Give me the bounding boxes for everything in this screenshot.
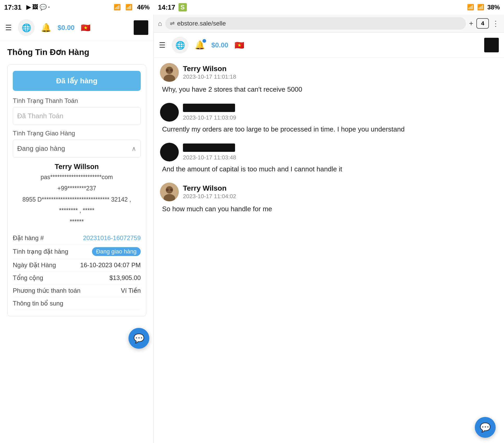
delivery-status-select[interactable]: Đang giao hàng ∧ [13, 140, 141, 158]
notification-dot [202, 39, 206, 43]
order-status-row: Tình trạng đặt hàng Đang giao hàng [13, 245, 141, 259]
payment-status-input: Đã Thanh Toán [13, 107, 141, 125]
right-user-avatar[interactable] [484, 38, 499, 52]
customer-address2: ******** , ***** [13, 206, 141, 215]
pickup-button[interactable]: Đã lấy hàng [13, 71, 141, 91]
svg-point-8 [166, 189, 169, 191]
right-chat-fab[interactable]: 💬 [475, 417, 496, 438]
message-2-text: Currently my orders are too large to be … [160, 124, 498, 134]
left-panel: ☰ 🌐 🔔 $0.00 🇻🇳 Thông Tin Đơn Hàng Đã lấy… [0, 15, 154, 443]
right-vn-flag: 🇻🇳 [235, 41, 244, 50]
order-total-row: Tổng cộng $13,905.00 [13, 272, 141, 284]
svg-point-9 [170, 189, 173, 191]
message-1-sender: Terry Wilson [183, 65, 236, 73]
message-3-meta: 2023-10-17 11:03:48 [183, 143, 236, 161]
right-chat-footer: 💬 [154, 415, 504, 443]
customer-info: Terry Willson pas**********************c… [13, 163, 141, 227]
order-date-label: Ngày Đặt Hàng [13, 261, 56, 269]
svg-point-3 [166, 69, 169, 72]
additional-info-row: Thông tin bổ sung [13, 297, 141, 310]
right-status-bar: 14:17 S 📶 📶 38% [154, 0, 504, 15]
bell-icon[interactable]: 🔔 [41, 23, 51, 33]
tabs-count[interactable]: 4 [476, 18, 489, 29]
page-title: Thông Tin Đơn Hàng [7, 47, 146, 57]
new-tab-icon[interactable]: + [469, 19, 473, 28]
payment-method-label: Phương thức thanh toán [13, 287, 81, 294]
order-number-value[interactable]: 20231016-16072759 [83, 234, 141, 242]
message-2-header: 2023-10-17 11:03:09 [160, 103, 498, 122]
left-content: Thông Tin Đơn Hàng Đã lấy hàng Tình Trạn… [0, 41, 153, 328]
left-media-icons: ▶ 🖼 💬 · [26, 4, 50, 11]
message-4-text: So how much can you handle for me [160, 204, 498, 214]
more-icon[interactable]: ⋮ [492, 19, 500, 28]
url-bar[interactable]: ⇌ ebstore.sale/selle [165, 17, 466, 30]
left-status-bar: 17:31 ▶ 🖼 💬 · 📶 📶 46% [0, 0, 154, 15]
message-2-meta: 2023-10-17 11:03:09 [183, 104, 236, 121]
right-time: 14:17 [158, 3, 175, 11]
order-status-label: Tình trạng đặt hàng [13, 248, 68, 255]
payment-method-row: Phương thức thanh toán Ví Tiền [13, 284, 141, 297]
hamburger-icon[interactable]: ☰ [5, 23, 12, 32]
order-total-label: Tổng cộng [13, 274, 43, 282]
right-navbar: ☰ 🌐 🔔 $0.00 🇻🇳 [154, 33, 504, 58]
left-chat-fab[interactable]: 💬 [128, 328, 149, 349]
customer-email: pas**********************com [13, 172, 141, 182]
right-bell-icon[interactable]: 🔔 [195, 40, 205, 50]
left-time: 17:31 [4, 3, 22, 11]
order-number-row: Đặt hàng # 20231016-16072759 [13, 232, 141, 245]
left-signal2: 📶 [125, 4, 132, 11]
svg-point-4 [170, 69, 173, 72]
customer-phone: +99********237 [13, 184, 141, 193]
terry-wilson-avatar-2 [160, 183, 179, 201]
chat-area: Terry Wilson 2023-10-17 11:01:18 Why, yo… [154, 58, 504, 415]
message-4-meta: Terry Wilson 2023-10-17 11:04:02 [183, 184, 236, 200]
message-2-sender [183, 104, 236, 114]
left-battery: 46% [137, 4, 150, 11]
message-3-sender [183, 143, 236, 154]
left-dollar-amount: $0.00 [58, 24, 75, 32]
message-3-text: And the amount of capital is too much an… [160, 164, 498, 174]
browser-bar: ⌂ ⇌ ebstore.sale/selle + 4 ⋮ [154, 15, 504, 33]
payment-status-label: Tình Trạng Thanh Toán [13, 97, 141, 104]
message-3: 2023-10-17 11:03:48 And the amount of ca… [160, 143, 498, 174]
message-1-header: Terry Wilson 2023-10-17 11:01:18 [160, 63, 498, 82]
redacted-avatar-1 [160, 103, 179, 122]
right-globe-button[interactable]: 🌐 [172, 37, 188, 53]
customer-address3: ****** [13, 217, 141, 227]
order-status-badge: Đang giao hàng [92, 247, 141, 256]
home-icon[interactable]: ⌂ [158, 20, 162, 28]
message-4-header: Terry Wilson 2023-10-17 11:04:02 [160, 183, 498, 201]
user-avatar[interactable] [134, 20, 148, 35]
url-text: ebstore.sale/selle [177, 20, 226, 27]
chevron-up-icon: ∧ [132, 145, 136, 152]
redacted-avatar-2 [160, 143, 179, 161]
message-3-timestamp: 2023-10-17 11:03:48 [183, 154, 236, 161]
message-1-timestamp: 2023-10-17 11:01:18 [183, 73, 236, 80]
order-date-value: 16-10-2023 04:07 PM [80, 261, 141, 269]
order-total-value: $13,905.00 [109, 274, 141, 282]
message-2: 2023-10-17 11:03:09 Currently my orders … [160, 103, 498, 134]
customer-name: Terry Willson [13, 163, 141, 171]
message-1-text: Why, you have 2 stores that can't receiv… [160, 84, 498, 95]
vn-flag-icon: 🇻🇳 [81, 23, 90, 32]
chat-icon: 💬 [133, 333, 144, 344]
order-date-row: Ngày Đặt Hàng 16-10-2023 04:07 PM [13, 259, 141, 272]
customer-address1: 8955 D***************************** 3214… [13, 195, 141, 204]
message-4-sender: Terry Wilson [183, 184, 236, 192]
redacted-name-bar-2 [183, 143, 235, 152]
lock-icon: ⇌ [170, 20, 175, 27]
globe-button[interactable]: 🌐 [18, 19, 35, 36]
right-chat-icon: 💬 [480, 422, 491, 433]
shopify-icon: S [179, 3, 187, 11]
right-battery: 38% [487, 4, 500, 11]
order-card: Đã lấy hàng Tình Trạng Thanh Toán Đã Tha… [7, 64, 146, 316]
right-hamburger-icon[interactable]: ☰ [159, 41, 165, 49]
redacted-name-bar [183, 104, 235, 112]
message-1: Terry Wilson 2023-10-17 11:01:18 Why, yo… [160, 63, 498, 95]
terry-wilson-avatar-1 [160, 63, 179, 82]
additional-info-label: Thông tin bổ sung [13, 300, 63, 307]
right-dollar-amount: $0.00 [211, 41, 228, 49]
right-panel: ⌂ ⇌ ebstore.sale/selle + 4 ⋮ ☰ 🌐 🔔 $0.00… [154, 15, 504, 443]
right-signal2: 📶 [477, 4, 484, 11]
message-2-timestamp: 2023-10-17 11:03:09 [183, 114, 236, 121]
